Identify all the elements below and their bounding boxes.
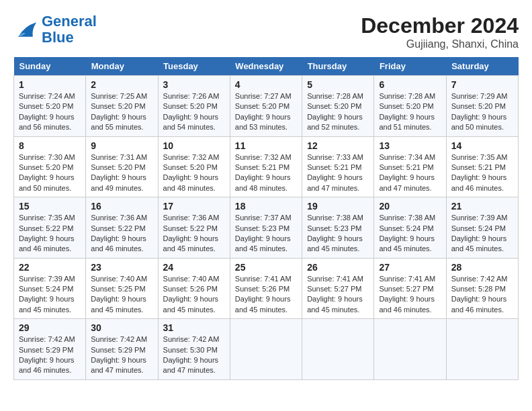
calendar-cell: 9Sunrise: 7:31 AM Sunset: 5:20 PM Daylig… [86, 136, 158, 197]
day-info: Sunrise: 7:28 AM Sunset: 5:20 PM Dayligh… [307, 91, 369, 133]
logo: General Blue [13, 13, 97, 46]
day-number: 21 [451, 201, 513, 212]
calendar-cell: 15Sunrise: 7:35 AM Sunset: 5:22 PM Dayli… [14, 197, 86, 259]
header-monday: Monday [86, 57, 158, 76]
calendar-cell: 6Sunrise: 7:28 AM Sunset: 5:20 PM Daylig… [374, 76, 446, 137]
day-info: Sunrise: 7:38 AM Sunset: 5:23 PM Dayligh… [307, 213, 369, 255]
day-info: Sunrise: 7:30 AM Sunset: 5:20 PM Dayligh… [19, 152, 81, 194]
logo-text: General Blue [42, 13, 97, 46]
day-number: 8 [19, 140, 81, 151]
calendar-cell: 3Sunrise: 7:26 AM Sunset: 5:20 PM Daylig… [158, 76, 230, 137]
calendar-cell: 7Sunrise: 7:29 AM Sunset: 5:20 PM Daylig… [446, 76, 518, 137]
calendar-cell: 21Sunrise: 7:39 AM Sunset: 5:24 PM Dayli… [446, 197, 518, 259]
day-number: 16 [91, 201, 152, 212]
calendar-cell [446, 319, 518, 380]
week-row-1: 1Sunrise: 7:24 AM Sunset: 5:20 PM Daylig… [14, 76, 519, 137]
day-info: Sunrise: 7:33 AM Sunset: 5:21 PM Dayligh… [307, 152, 369, 194]
day-info: Sunrise: 7:42 AM Sunset: 5:29 PM Dayligh… [91, 334, 152, 376]
day-info: Sunrise: 7:42 AM Sunset: 5:30 PM Dayligh… [163, 334, 225, 376]
header-wednesday: Wednesday [230, 57, 302, 76]
day-number: 2 [91, 79, 152, 90]
calendar-cell: 25Sunrise: 7:41 AM Sunset: 5:26 PM Dayli… [230, 258, 302, 319]
day-number: 13 [379, 140, 441, 151]
day-info: Sunrise: 7:36 AM Sunset: 5:22 PM Dayligh… [163, 213, 225, 255]
day-info: Sunrise: 7:40 AM Sunset: 5:26 PM Dayligh… [163, 274, 225, 316]
day-info: Sunrise: 7:38 AM Sunset: 5:24 PM Dayligh… [379, 213, 441, 255]
calendar-body: 1Sunrise: 7:24 AM Sunset: 5:20 PM Daylig… [14, 76, 519, 380]
calendar-cell: 18Sunrise: 7:37 AM Sunset: 5:23 PM Dayli… [230, 197, 302, 259]
day-info: Sunrise: 7:35 AM Sunset: 5:22 PM Dayligh… [19, 213, 81, 255]
day-info: Sunrise: 7:26 AM Sunset: 5:20 PM Dayligh… [163, 91, 225, 133]
calendar-cell: 2Sunrise: 7:25 AM Sunset: 5:20 PM Daylig… [86, 76, 158, 137]
calendar-cell [302, 319, 374, 380]
day-number: 5 [307, 79, 369, 90]
calendar-cell: 24Sunrise: 7:40 AM Sunset: 5:26 PM Dayli… [158, 258, 230, 319]
header-tuesday: Tuesday [158, 57, 230, 76]
calendar-cell: 23Sunrise: 7:40 AM Sunset: 5:25 PM Dayli… [86, 258, 158, 319]
calendar-cell: 26Sunrise: 7:41 AM Sunset: 5:27 PM Dayli… [302, 258, 374, 319]
calendar-cell: 12Sunrise: 7:33 AM Sunset: 5:21 PM Dayli… [302, 136, 374, 197]
day-number: 15 [19, 201, 81, 212]
day-info: Sunrise: 7:27 AM Sunset: 5:20 PM Dayligh… [235, 91, 297, 133]
day-number: 9 [91, 140, 152, 151]
header-thursday: Thursday [302, 57, 374, 76]
day-number: 28 [451, 262, 513, 273]
calendar-cell: 5Sunrise: 7:28 AM Sunset: 5:20 PM Daylig… [302, 76, 374, 137]
title-block: December 2024 Gujiiang, Shanxi, China [361, 13, 519, 50]
calendar-cell: 27Sunrise: 7:41 AM Sunset: 5:27 PM Dayli… [374, 258, 446, 319]
day-info: Sunrise: 7:32 AM Sunset: 5:20 PM Dayligh… [163, 152, 225, 194]
calendar-cell: 20Sunrise: 7:38 AM Sunset: 5:24 PM Dayli… [374, 197, 446, 259]
day-number: 17 [163, 201, 225, 212]
calendar-cell: 8Sunrise: 7:30 AM Sunset: 5:20 PM Daylig… [14, 136, 86, 197]
calendar-table: SundayMondayTuesdayWednesdayThursdayFrid… [13, 57, 519, 380]
week-row-5: 29Sunrise: 7:42 AM Sunset: 5:29 PM Dayli… [14, 319, 519, 380]
day-number: 11 [235, 140, 297, 151]
day-number: 31 [163, 322, 225, 333]
day-number: 19 [307, 201, 369, 212]
day-number: 6 [379, 79, 441, 90]
day-info: Sunrise: 7:39 AM Sunset: 5:24 PM Dayligh… [451, 213, 513, 255]
calendar-cell: 1Sunrise: 7:24 AM Sunset: 5:20 PM Daylig… [14, 76, 86, 137]
day-info: Sunrise: 7:35 AM Sunset: 5:21 PM Dayligh… [451, 152, 513, 194]
day-info: Sunrise: 7:39 AM Sunset: 5:24 PM Dayligh… [19, 274, 81, 316]
day-number: 29 [19, 322, 81, 333]
day-info: Sunrise: 7:42 AM Sunset: 5:28 PM Dayligh… [451, 274, 513, 316]
logo-bird-icon [13, 19, 38, 40]
calendar-cell: 4Sunrise: 7:27 AM Sunset: 5:20 PM Daylig… [230, 76, 302, 137]
calendar-cell: 28Sunrise: 7:42 AM Sunset: 5:28 PM Dayli… [446, 258, 518, 319]
day-info: Sunrise: 7:41 AM Sunset: 5:27 PM Dayligh… [379, 274, 441, 316]
day-info: Sunrise: 7:41 AM Sunset: 5:26 PM Dayligh… [235, 274, 297, 316]
calendar-title: December 2024 [361, 13, 519, 38]
week-row-2: 8Sunrise: 7:30 AM Sunset: 5:20 PM Daylig… [14, 136, 519, 197]
header-sunday: Sunday [14, 57, 86, 76]
calendar-cell: 14Sunrise: 7:35 AM Sunset: 5:21 PM Dayli… [446, 136, 518, 197]
day-number: 4 [235, 79, 297, 90]
calendar-cell [230, 319, 302, 380]
calendar-cell: 22Sunrise: 7:39 AM Sunset: 5:24 PM Dayli… [14, 258, 86, 319]
day-number: 25 [235, 262, 297, 273]
day-info: Sunrise: 7:41 AM Sunset: 5:27 PM Dayligh… [307, 274, 369, 316]
day-info: Sunrise: 7:34 AM Sunset: 5:21 PM Dayligh… [379, 152, 441, 194]
day-number: 30 [91, 322, 152, 333]
day-info: Sunrise: 7:24 AM Sunset: 5:20 PM Dayligh… [19, 91, 81, 133]
calendar-cell: 30Sunrise: 7:42 AM Sunset: 5:29 PM Dayli… [86, 319, 158, 380]
calendar-header-row: SundayMondayTuesdayWednesdayThursdayFrid… [14, 57, 519, 76]
day-info: Sunrise: 7:37 AM Sunset: 5:23 PM Dayligh… [235, 213, 297, 255]
day-number: 24 [163, 262, 225, 273]
day-info: Sunrise: 7:36 AM Sunset: 5:22 PM Dayligh… [91, 213, 152, 255]
calendar-cell: 31Sunrise: 7:42 AM Sunset: 5:30 PM Dayli… [158, 319, 230, 380]
calendar-cell: 29Sunrise: 7:42 AM Sunset: 5:29 PM Dayli… [14, 319, 86, 380]
day-number: 10 [163, 140, 225, 151]
day-info: Sunrise: 7:28 AM Sunset: 5:20 PM Dayligh… [379, 91, 441, 133]
page-header: General Blue December 2024 Gujiiang, Sha… [13, 13, 519, 50]
day-number: 27 [379, 262, 441, 273]
day-number: 7 [451, 79, 513, 90]
day-info: Sunrise: 7:31 AM Sunset: 5:20 PM Dayligh… [91, 152, 152, 194]
calendar-subtitle: Gujiiang, Shanxi, China [361, 38, 519, 50]
calendar-cell: 19Sunrise: 7:38 AM Sunset: 5:23 PM Dayli… [302, 197, 374, 259]
calendar-cell: 10Sunrise: 7:32 AM Sunset: 5:20 PM Dayli… [158, 136, 230, 197]
calendar-cell: 17Sunrise: 7:36 AM Sunset: 5:22 PM Dayli… [158, 197, 230, 259]
week-row-3: 15Sunrise: 7:35 AM Sunset: 5:22 PM Dayli… [14, 197, 519, 259]
day-number: 14 [451, 140, 513, 151]
day-info: Sunrise: 7:29 AM Sunset: 5:20 PM Dayligh… [451, 91, 513, 133]
